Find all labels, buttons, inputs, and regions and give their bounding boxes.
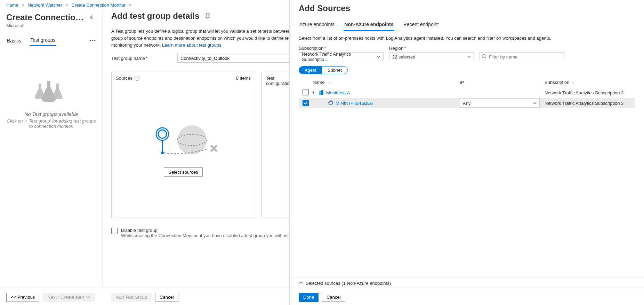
col-ip[interactable]: IP bbox=[460, 80, 464, 85]
sort-icon[interactable]: ↑↓ bbox=[571, 80, 575, 85]
tab-test-groups[interactable]: Test groups bbox=[30, 37, 56, 46]
empty-help: Click on '+ Test group' for adding test … bbox=[6, 118, 96, 129]
host-subscription: Network Traffic Analytics Subscription 3 bbox=[545, 101, 635, 106]
breadcrumb-create-connection-monitor[interactable]: Create Connection Monitor bbox=[72, 2, 126, 8]
add-sources-flyout: Add Sources Azure endpoints Non-Azure en… bbox=[289, 0, 644, 305]
selected-sources-bar[interactable]: Selected sources (1 Non-Azure endpoints) bbox=[290, 277, 644, 289]
add-test-group-button[interactable]: Add Test Group bbox=[111, 293, 152, 302]
tab-azure-endpoints[interactable]: Azure endpoints bbox=[299, 22, 335, 31]
breadcrumb-network-watcher[interactable]: Network Watcher bbox=[28, 2, 62, 8]
row-checkbox[interactable] bbox=[303, 89, 309, 95]
test-group-name-label: Test group name bbox=[111, 56, 145, 61]
svg-rect-5 bbox=[321, 90, 323, 95]
chevron-right-icon: > bbox=[63, 2, 70, 8]
disable-test-group-checkbox[interactable] bbox=[111, 228, 118, 234]
subscription-label: Subscription bbox=[299, 46, 324, 51]
sources-panel: Sources i 0 Items Select sources bbox=[111, 72, 255, 218]
svg-point-2 bbox=[161, 151, 164, 154]
sort-icon[interactable]: ↑↓ bbox=[328, 80, 332, 85]
sources-grid: Name↑↓ IP Subscription↑↓ ▸ MohittestLA N… bbox=[299, 78, 635, 108]
ip-dropdown[interactable]: Any bbox=[460, 99, 540, 108]
pin-icon[interactable] bbox=[205, 13, 210, 19]
learn-more-link[interactable]: Learn more about test groups bbox=[162, 42, 222, 48]
blade-description: A Test group lets you define a logical g… bbox=[111, 28, 306, 49]
workspace-link[interactable]: MohittestLA bbox=[326, 90, 350, 95]
chevron-right-icon: > bbox=[19, 2, 26, 8]
pill-agent[interactable]: Agent bbox=[299, 67, 322, 74]
subscription-dropdown[interactable]: Network Traffic Analytics Subscriptio… bbox=[299, 52, 384, 61]
breadcrumb-home[interactable]: Home bbox=[6, 2, 18, 8]
svg-rect-4 bbox=[319, 91, 321, 95]
selected-sources-text: Selected sources (1 Non-Azure endpoints) bbox=[306, 281, 391, 286]
required-marker: * bbox=[324, 46, 326, 51]
flyout-cancel-button[interactable]: Cancel bbox=[322, 293, 345, 302]
region-label: Region bbox=[389, 46, 403, 51]
filter-by-name-input[interactable] bbox=[480, 52, 564, 61]
tab-non-azure-endpoints[interactable]: Non-Azure endpoints bbox=[344, 22, 394, 31]
flyout-footer: Done Cancel bbox=[290, 289, 644, 305]
test-configurations-panel: Test configurations bbox=[261, 72, 293, 218]
info-icon[interactable]: i bbox=[135, 76, 139, 81]
more-menu-icon[interactable]: ••• bbox=[89, 38, 96, 45]
test-group-name-input[interactable] bbox=[177, 54, 306, 63]
sources-label: Sources bbox=[116, 76, 132, 81]
chevron-down-icon bbox=[467, 54, 471, 60]
col-name[interactable]: Name bbox=[313, 80, 325, 85]
flyout-title: Add Sources bbox=[290, 0, 644, 18]
select-sources-button[interactable]: Select sources bbox=[164, 167, 202, 177]
agent-subnet-toggle: Agent Subnet bbox=[299, 66, 348, 74]
sources-count: 0 Items bbox=[236, 76, 251, 81]
page-subtitle: Microsoft bbox=[6, 23, 96, 28]
done-button[interactable]: Done bbox=[299, 293, 319, 302]
empty-title: No Test groups available bbox=[6, 111, 96, 117]
region-dropdown[interactable]: 22 selected bbox=[389, 52, 474, 61]
col-subscription[interactable]: Subscription bbox=[545, 80, 570, 85]
log-analytics-icon bbox=[319, 90, 324, 95]
subnav: Basics Test groups ••• bbox=[6, 37, 96, 46]
collapse-icon[interactable] bbox=[88, 13, 96, 22]
source-tabs: Azure endpoints Non-Azure endpoints Rece… bbox=[290, 22, 644, 31]
agent-icon bbox=[328, 100, 333, 107]
left-footer: << Previous Next : Create alert >> bbox=[0, 289, 103, 305]
blade-title: Add test group details bbox=[111, 11, 199, 21]
required-marker: * bbox=[146, 56, 147, 61]
tab-basics[interactable]: Basics bbox=[6, 38, 22, 46]
svg-point-3 bbox=[482, 55, 485, 58]
host-row[interactable]: MININT-HB4SBE8 Any Network Traffic Analy… bbox=[299, 98, 635, 108]
workspace-subscription: Network Traffic Analytics Subscription 3 bbox=[545, 90, 635, 95]
host-link[interactable]: MININT-HB4SBE8 bbox=[336, 101, 373, 106]
empty-test-groups: No Test groups available Click on '+ Tes… bbox=[6, 77, 96, 129]
flask-icon bbox=[32, 77, 71, 105]
page-title: Create Connection… bbox=[6, 13, 86, 22]
tab-recent-endpoint[interactable]: Recent endpoint bbox=[403, 22, 440, 31]
chevron-down-icon bbox=[533, 101, 537, 106]
required-marker: * bbox=[404, 46, 406, 51]
chevron-down-icon[interactable]: ▸ bbox=[311, 92, 316, 94]
chevron-down-icon bbox=[377, 54, 380, 60]
chevron-right-icon: > bbox=[127, 2, 134, 8]
chevron-up-icon bbox=[299, 281, 303, 286]
flyout-description: Select from a list of on-premises hosts … bbox=[299, 36, 635, 41]
pill-subnet[interactable]: Subnet bbox=[322, 67, 347, 74]
row-checkbox[interactable] bbox=[303, 100, 309, 106]
search-icon bbox=[482, 54, 486, 60]
previous-button[interactable]: << Previous bbox=[6, 293, 39, 302]
workspace-row[interactable]: ▸ MohittestLA Network Traffic Analytics … bbox=[299, 87, 635, 98]
cancel-button[interactable]: Cancel bbox=[155, 293, 178, 302]
globe-pin-icon bbox=[147, 121, 220, 159]
next-button[interactable]: Next : Create alert >> bbox=[43, 293, 95, 302]
